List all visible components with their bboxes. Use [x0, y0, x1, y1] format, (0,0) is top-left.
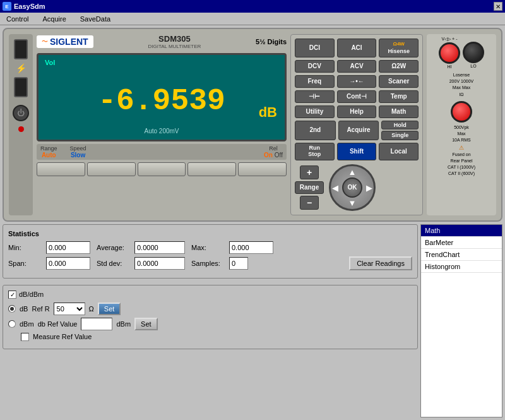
- measure-ref-row: Measure Ref Value: [8, 333, 412, 341]
- range-control: Range Auto: [40, 145, 57, 159]
- usb-symbol: ⚡: [16, 63, 27, 73]
- nav-down-arrow[interactable]: ▼: [348, 198, 357, 208]
- db-title-row: ✓ dB/dBm: [8, 291, 412, 299]
- meter-controls: Range Auto Speed Slow Rel On Off: [37, 144, 287, 160]
- nav-up-arrow[interactable]: ▲: [348, 167, 357, 177]
- freq-button[interactable]: Freq: [295, 75, 335, 88]
- sidebar-item-math[interactable]: Math: [421, 225, 502, 237]
- utility-button[interactable]: Utility: [295, 105, 335, 118]
- aci-button[interactable]: ACI: [337, 39, 377, 57]
- dbm-label: dBm: [20, 320, 34, 328]
- func-row-5: Utility Help Math: [295, 105, 419, 118]
- digits-display: 5½ Digits: [256, 38, 287, 45]
- terminal-black-lo[interactable]: [463, 42, 484, 63]
- measure-ref-label: Measure Ref Value: [33, 333, 92, 340]
- menu-savedata[interactable]: SaveData: [76, 14, 114, 24]
- 2nd-button[interactable]: 2nd: [295, 121, 336, 141]
- model-info: SDM305 DIGITAL MULTIMETER: [148, 34, 201, 49]
- shift-button[interactable]: Shift: [337, 143, 377, 160]
- run-stop-button[interactable]: RunStop: [295, 143, 335, 160]
- func-row-1: DCI ACI Ω4WHisense: [295, 39, 419, 57]
- db-row: dB Ref R 50 75 600 Ω Set: [8, 303, 412, 315]
- plus-button[interactable]: +: [300, 165, 319, 179]
- nav-right-arrow[interactable]: ▶: [366, 183, 372, 192]
- dbm-radio[interactable]: [8, 320, 16, 328]
- span-input[interactable]: [46, 257, 90, 270]
- rel-on: On: [264, 152, 273, 159]
- func-row-3: Freq →•← Scaner: [295, 75, 419, 88]
- diode-button[interactable]: →•←: [337, 75, 377, 88]
- multimeter-body: ⚡ ⏻ 〜 SIGLENT SDM305 DI: [3, 28, 502, 222]
- max-input[interactable]: [229, 241, 273, 254]
- average-label: Average:: [97, 244, 128, 251]
- func-row-7: RunStop Shift Local: [295, 143, 419, 160]
- soft-btn-5[interactable]: [238, 162, 287, 176]
- menu-control[interactable]: Control: [3, 14, 32, 24]
- usb-port-b: [14, 77, 28, 97]
- stddev-label: Std dev:: [97, 260, 128, 267]
- speed-control: Speed Slow: [70, 145, 86, 159]
- ok-button[interactable]: OK: [342, 177, 362, 198]
- temp-button[interactable]: Temp: [379, 90, 419, 103]
- acquire-button[interactable]: Acquire: [338, 121, 379, 141]
- dci-button[interactable]: DCI: [295, 39, 335, 57]
- help-button[interactable]: Help: [337, 105, 377, 118]
- v-label: V◁▷ + -: [442, 37, 458, 42]
- soft-btn-2[interactable]: [87, 162, 136, 176]
- stats-row-1: Min: Average: Max:: [8, 241, 412, 254]
- min-input[interactable]: [46, 241, 90, 254]
- local-button[interactable]: Local: [379, 143, 419, 160]
- stats-row-2: Span: Std dev: Samples: Clear Readings: [8, 256, 412, 270]
- bottom-left: Statistics Min: Average: Max: Span: [3, 224, 418, 417]
- soft-btn-3[interactable]: [138, 162, 186, 176]
- ohm-label: Ω: [89, 305, 94, 313]
- terminal-red-10a[interactable]: [451, 101, 472, 123]
- samples-input[interactable]: [229, 257, 248, 270]
- stddev-input[interactable]: [134, 257, 185, 270]
- cont-button[interactable]: Cont⊣: [337, 90, 377, 103]
- rel-off: Off: [275, 152, 283, 159]
- menu-acquire[interactable]: Acquire: [39, 14, 69, 24]
- sidebar-item-barmeter[interactable]: BarMeter: [421, 237, 502, 249]
- acv-button[interactable]: ACV: [337, 60, 377, 73]
- db-ref-input[interactable]: [81, 318, 112, 330]
- ref-r-select[interactable]: 50 75 600: [54, 303, 85, 315]
- db-radio[interactable]: [8, 305, 16, 313]
- hold-button[interactable]: Hold: [381, 121, 419, 130]
- sidebar-item-trendchart[interactable]: TrendChart: [421, 249, 502, 261]
- soft-btn-4[interactable]: [187, 162, 236, 176]
- bottom-panels: Statistics Min: Average: Max: Span: [3, 224, 502, 417]
- minus-button[interactable]: −: [300, 196, 319, 210]
- soft-btn-1[interactable]: [37, 162, 85, 176]
- siglent-wave-icon: 〜: [42, 37, 48, 46]
- rel-label: Rel: [269, 145, 278, 152]
- measure-ref-checkbox[interactable]: [21, 333, 29, 341]
- unit-display: dB: [259, 104, 277, 121]
- db-set-button[interactable]: Set: [98, 303, 121, 315]
- power-button[interactable]: ⏻: [13, 105, 29, 121]
- omega2w-button[interactable]: Ω2W: [379, 60, 419, 73]
- dcv-button[interactable]: DCV: [295, 60, 335, 73]
- terminal-red-hi[interactable]: [439, 42, 460, 64]
- dbm-set-button[interactable]: Set: [134, 318, 158, 330]
- model-subtitle: DIGITAL MULTIMETER: [148, 44, 201, 49]
- close-button[interactable]: ✕: [494, 2, 502, 11]
- sidebar-item-histongrom[interactable]: Histongrom: [421, 261, 502, 273]
- omega4w-button[interactable]: Ω4WHisense: [379, 39, 419, 57]
- math-button[interactable]: Math: [379, 105, 419, 118]
- nav-wheel[interactable]: ▲ ▼ ◀ ▶ OK: [329, 164, 376, 211]
- nav-left-arrow[interactable]: ◀: [332, 183, 338, 192]
- samples-label: Samples:: [191, 260, 223, 267]
- app-window: E EasySdm ✕ Control Acquire SaveData ⚡ ⏻: [0, 0, 505, 420]
- terminal-panel: V◁▷ + - HI . LO Losense 200V 1000V: [427, 34, 496, 215]
- clear-readings-button[interactable]: Clear Readings: [349, 256, 412, 270]
- rel-control: Rel On Off: [264, 145, 283, 159]
- scaner-button[interactable]: Scaner: [379, 75, 419, 88]
- cap-button[interactable]: ⊣⊢: [295, 90, 335, 103]
- range-button[interactable]: Range: [295, 181, 324, 194]
- average-input[interactable]: [134, 241, 185, 254]
- db-ref-label: db Ref Value: [38, 320, 78, 328]
- single-button[interactable]: Single: [381, 131, 419, 140]
- terminal-amperage-labels: 500Vpk Max 10A RMS ⚠ Fused on Rear Panel…: [429, 124, 494, 176]
- db-checkbox[interactable]: ✓: [8, 291, 16, 299]
